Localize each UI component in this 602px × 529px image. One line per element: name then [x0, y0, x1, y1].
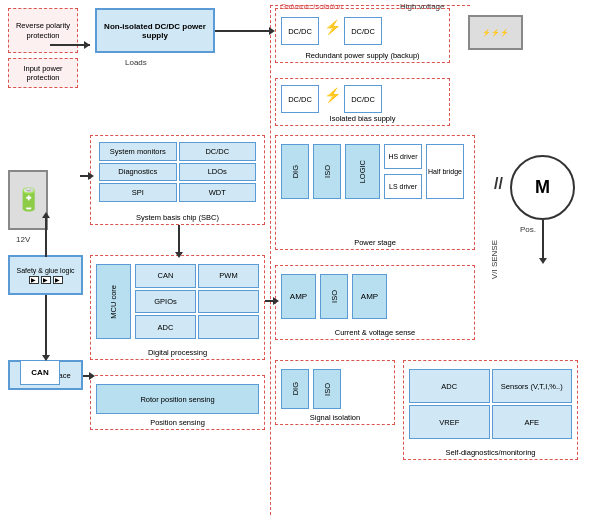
transformer-redundant: ⚡ [324, 19, 341, 35]
reverse-polarity-label: Reverse polarity protection [9, 21, 77, 41]
current-voltage-outer: AMP ISO AMP Current & voltage sense [275, 265, 475, 340]
arrowhead-sg-down [42, 355, 50, 361]
dp-pwm: PWM [198, 264, 259, 288]
dig-ps-label: DIG [291, 165, 300, 178]
dig-si-label: DIG [291, 382, 300, 395]
sbc-spi: SPI [99, 183, 177, 202]
iso-cv-label: ISO [330, 290, 339, 303]
sbc-system-monitors: System monitors [99, 142, 177, 161]
dcdc-top-left-label: DC/DC [288, 27, 312, 36]
dcdc-bias-left-label: DC/DC [288, 95, 312, 104]
sbc-outer: System monitors DC/DC Diagnostics LDOs S… [90, 135, 265, 225]
dcdc-bias-right-label: DC/DC [351, 95, 375, 104]
sbc-label: System basis chip (SBC) [91, 213, 264, 222]
sbc-dcdc: DC/DC [179, 142, 257, 161]
iso-ps: ISO [313, 144, 341, 199]
ls-driver: LS driver [384, 174, 422, 199]
arrow-sg-down [45, 295, 47, 360]
rotor-position: Rotor position sensing [96, 384, 259, 414]
can-wi-label: CAN [31, 368, 48, 377]
arrow-sg-up [45, 215, 47, 257]
arrow-motor-down [542, 220, 544, 260]
dp-can: CAN [135, 264, 196, 288]
arrowhead-motor-down [539, 258, 547, 264]
arrowhead-wi-dp [89, 372, 95, 380]
logic-ps-label: LOGIC [358, 160, 367, 183]
power-stage-outer: DIG ISO LOGIC HS driver Half bridge LS d… [275, 135, 475, 250]
signal-isolation-label: Signal isolation [276, 413, 394, 422]
hs-driver: HS driver [384, 144, 422, 169]
sbc-ldos: LDOs [179, 163, 257, 182]
iso-ps-label: ISO [323, 165, 332, 178]
transformer-bias: ⚡ [324, 87, 341, 103]
mcu-core-label: MCU core [109, 285, 118, 319]
sd-vref: VREF [409, 405, 490, 439]
half-bridge-label: Half bridge [428, 168, 462, 175]
amp1: AMP [281, 274, 316, 319]
non-isolated-dcdc-block: Non-isolated DC/DC power supply [95, 8, 215, 53]
dcdc-bias-left: DC/DC [281, 85, 319, 113]
input-power-block: Input power protection [8, 58, 78, 88]
pos-label: Pos. [520, 225, 536, 234]
sd-adc: ADC [409, 369, 490, 403]
parallel-lines: // [494, 175, 503, 193]
amp2: AMP [352, 274, 387, 319]
dcdc-top-right: DC/DC [344, 17, 382, 45]
arrow-dcdc-ps [215, 30, 273, 32]
sd-sensors: Sensors (V,T,I,%..) [492, 369, 573, 403]
sbc-grid: System monitors DC/DC Diagnostics LDOs S… [96, 139, 259, 205]
arrowhead-ip-sbc [88, 172, 94, 180]
arrowhead-dp-cv [273, 297, 279, 305]
safety-glue-label: Safety & glue logic [17, 267, 75, 274]
high-voltage-component: ⚡⚡⚡ [468, 15, 523, 50]
amp2-label: AMP [361, 292, 378, 301]
loads-label: Loads [125, 58, 147, 67]
amp1-label: AMP [290, 292, 307, 301]
vi-sense-label: V/I SENSE [490, 240, 499, 279]
input-power-label: Input power protection [9, 64, 77, 82]
arrowhead-sg-up [42, 212, 50, 218]
iso-si: ISO [313, 369, 341, 409]
self-diag-outer: ADC Sensors (V,T,I,%..) VREF AFE Self-di… [403, 360, 578, 460]
diagram: 🔋 12V Reverse polarity protection Input … [0, 0, 602, 529]
non-isolated-dcdc-label: Non-isolated DC/DC power supply [97, 22, 213, 40]
digital-processing-label: Digital processing [91, 348, 264, 357]
arrowhead-dcdc-ps [269, 27, 275, 35]
sd-afe: AFE [492, 405, 573, 439]
dp-empty2 [198, 315, 259, 339]
position-sensing-outer: Rotor position sensing Position sensing [90, 375, 265, 430]
digital-processing-outer: MCU core CAN PWM GPIOs ADC Digital proce… [90, 255, 265, 360]
isolated-bias-outer: DC/DC ⚡ DC/DC Isolated bias supply [275, 78, 450, 126]
dp-empty [198, 290, 259, 314]
arrowhead-sbc-dp [175, 252, 183, 258]
12v-label: 12V [16, 235, 30, 244]
mcu-core: MCU core [96, 264, 131, 339]
position-sensing-label: Position sensing [91, 418, 264, 427]
safety-glue-block: Safety & glue logic ▶ ▶ ▶ [8, 255, 83, 295]
dig-ps: DIG [281, 144, 309, 199]
motor-label: M [535, 177, 550, 198]
self-diag-grid: ADC Sensors (V,T,I,%..) VREF AFE [409, 369, 572, 439]
hs-driver-label: HS driver [388, 153, 417, 160]
arrow-sbc-dp [178, 225, 180, 255]
half-bridge: Half bridge [426, 144, 464, 199]
current-voltage-label: Current & voltage sense [276, 328, 474, 337]
iso-si-label: ISO [323, 383, 332, 396]
redundant-psu-outer: DC/DC ⚡ DC/DC Redundant power supply (ba… [275, 8, 450, 63]
rotor-position-label: Rotor position sensing [140, 395, 214, 404]
ls-driver-label: LS driver [389, 183, 417, 190]
arrowhead-battery-rp [84, 41, 90, 49]
dp-adc: ADC [135, 315, 196, 339]
iso-cv: ISO [320, 274, 348, 319]
dig-si: DIG [281, 369, 309, 409]
dcdc-bias-right: DC/DC [344, 85, 382, 113]
redundant-psu-label: Redundant power supply (backup) [276, 51, 449, 60]
self-diag-label: Self-diagnostics/monitoring [404, 448, 577, 457]
power-stage-label: Power stage [276, 238, 474, 247]
dcdc-top-left: DC/DC [281, 17, 319, 45]
dp-gpios: GPIOs [135, 290, 196, 314]
dp-grid: CAN PWM GPIOs ADC [135, 264, 259, 339]
motor: M [510, 155, 575, 220]
isolated-bias-label: Isolated bias supply [276, 114, 449, 123]
sbc-wdt: WDT [179, 183, 257, 202]
